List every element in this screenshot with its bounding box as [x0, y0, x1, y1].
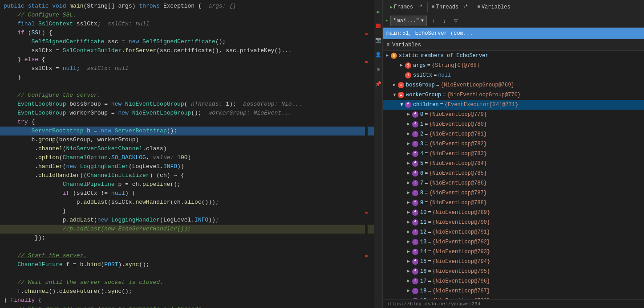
expand-arrow-icon: ▶: [399, 63, 404, 68]
expand-arrow-icon: ▶: [406, 210, 411, 215]
code-line: ChannelPipeline p = ch.pipeline();: [0, 180, 374, 189]
var-row-10[interactable]: ▶ f 10 = {NioEventLoop@789}: [383, 208, 644, 218]
var-row-13[interactable]: ▶ f 13 = {NioEventLoop@792}: [383, 237, 644, 247]
side-action-bar: ▶ 📷 👤 ⚙ 📌: [374, 0, 383, 308]
frames-tab[interactable]: ▶ Frames →*: [385, 2, 428, 12]
var-row-1[interactable]: ▶ f 1 = {NioEventLoop@780}: [383, 119, 644, 129]
var-row-9[interactable]: ▶ f 9 = {NioEventLoop@788}: [383, 198, 644, 208]
variables-panel-header: ≡ Variables: [383, 39, 644, 51]
var-row-3[interactable]: ▶ f 3 = {NioEventLoop@782}: [383, 139, 644, 149]
filter-button[interactable]: ▽: [451, 17, 460, 25]
camera-icon[interactable]: 📷: [375, 37, 381, 43]
var-row-bossgroup[interactable]: ▶ i bossGroup = {NioEventLoopGroup@769}: [383, 80, 644, 90]
code-line: f.channel().closeFuture().sync();: [0, 287, 374, 296]
field-icon: f: [412, 131, 418, 137]
var-row-6[interactable]: ▶ f 6 = {NioEventLoop@785}: [383, 168, 644, 178]
variables-tree: ▶ s static members of EchoServer ▶ i arg…: [383, 51, 644, 299]
thread-label: "mai...": [393, 18, 419, 24]
var-row-2[interactable]: ▶ f 2 = {NioEventLoop@781}: [383, 129, 644, 139]
field-icon: f: [412, 200, 418, 206]
instance-icon: i: [398, 82, 404, 88]
expand-arrow-icon: ▶: [406, 122, 411, 127]
code-line: } finally {: [0, 296, 374, 305]
threads-tab[interactable]: ≡ Threads →*: [428, 2, 473, 12]
dropdown-arrow-icon: ▼: [421, 18, 424, 23]
variables-tab-label: Variables: [482, 4, 510, 10]
code-line: } else {: [0, 55, 374, 64]
field-icon: f: [412, 121, 418, 127]
code-line: // Shut down all event loops to terminat…: [0, 305, 374, 308]
code-line: [0, 82, 374, 91]
var-row-14[interactable]: ▶ f 14 = {NioEventLoop@793}: [383, 247, 644, 257]
code-line: b.group(bossGroup, workerGroup): [0, 136, 374, 144]
code-line: SelfSignedCertificate ssc = new SelfSign…: [0, 37, 374, 46]
var-row-5[interactable]: ▶ f 5 = {NioEventLoop@784}: [383, 159, 644, 168]
field-icon: f: [412, 141, 418, 147]
field-icon: f: [412, 288, 418, 294]
var-row-sslctx[interactable]: ▶ i sslCtx = null: [383, 70, 644, 80]
expand-arrow-icon: ▶: [406, 239, 411, 245]
code-line: EventLoopGroup workerGroup = new NioEven…: [0, 109, 374, 118]
expand-arrow-icon: ▶: [385, 53, 390, 58]
code-line: [0, 269, 374, 278]
var-row-17[interactable]: ▶ f 17 = {NioEventLoop@796}: [383, 276, 644, 286]
var-row-16[interactable]: ▶ f 16 = {NioEventLoop@795}: [383, 267, 644, 276]
field-icon: f: [412, 190, 418, 196]
pin-icon[interactable]: 📌: [375, 81, 381, 87]
var-row-4[interactable]: ▶ f 4 = {NioEventLoop@783}: [383, 149, 644, 159]
scroll-error-marker: [365, 33, 368, 35]
var-row-children[interactable]: ▶ f children = {EventExecutor[24]@771}: [383, 100, 644, 110]
var-row-7[interactable]: ▶ f 7 = {NioEventLoop@786}: [383, 178, 644, 188]
frames-icon: ▶: [390, 4, 393, 10]
code-line-commented: //p.addLast(new EchoServerHandler());: [0, 225, 374, 234]
var-tree: ▶ s static members of EchoServer ▶ i arg…: [383, 51, 644, 299]
code-line: });: [0, 234, 374, 242]
gear-icon[interactable]: ⚙: [377, 66, 380, 72]
instance-icon: i: [405, 72, 411, 78]
var-row-18[interactable]: ▶ f 18 = {NioEventLoop@797}: [383, 286, 644, 296]
scroll-error-marker: [365, 61, 368, 63]
stack-frame-row[interactable]: main:51, EchoServer (com...: [383, 28, 644, 39]
code-editor: public static void main(String[] args) t…: [0, 0, 374, 308]
var-row-11[interactable]: ▶ f 11 = {NioEventLoop@790}: [383, 218, 644, 227]
var-row-workergroup[interactable]: ▶ i workerGroup = {NioEventLoopGroup@770…: [383, 90, 644, 100]
code-line: EventLoopGroup bossGroup = new NioEventL…: [0, 100, 374, 109]
threads-icon: ≡: [432, 4, 435, 9]
play-icon[interactable]: ▶: [377, 9, 380, 15]
watermark-label: https://blog.csdn.net/yangwei234: [386, 301, 480, 307]
instance-icon: i: [405, 62, 411, 69]
right-panel: ▶ Frames →* ≡ Threads →* ≡ Variables ● "…: [383, 0, 644, 308]
scroll-error-marker: [365, 255, 368, 257]
code-line: }: [0, 207, 374, 216]
var-row-args[interactable]: ▶ i args = {String[0]@768}: [383, 61, 644, 70]
var-row-0[interactable]: ▶ f 0 = {NioEventLoop@779}: [383, 110, 644, 119]
person-icon[interactable]: 👤: [375, 52, 381, 57]
code-line: p.addLast(sslCtx.newHandler(ch.alloc()))…: [0, 198, 374, 207]
step-up-button[interactable]: ↑: [429, 16, 438, 25]
debug-toolbar: ▶ Frames →* ≡ Threads →* ≡ Variables: [383, 0, 644, 14]
code-line: // Start the server.: [0, 251, 374, 260]
stop-icon[interactable]: [376, 24, 381, 28]
var-row-8[interactable]: ▶ f 8 = {NioEventLoop@787}: [383, 188, 644, 198]
expand-arrow-icon: ▶: [406, 288, 411, 294]
step-down-button[interactable]: ↓: [441, 16, 449, 25]
expand-arrow-icon: ▶: [406, 131, 411, 137]
var-row-12[interactable]: ▶ f 12 = {NioEventLoop@791}: [383, 227, 644, 237]
code-line: // Configure the server.: [0, 91, 374, 100]
expand-arrow-icon: ▶: [406, 151, 411, 156]
field-icon: f: [412, 209, 418, 216]
variables-tab[interactable]: ≡ Variables: [473, 2, 515, 12]
expand-arrow-icon: ▶: [406, 171, 411, 176]
thread-dropdown[interactable]: "mai..." ▼: [390, 16, 427, 26]
code-line: .childHandler((ChannelInitializer) (ch) …: [0, 171, 374, 180]
expand-arrow-icon: ▶: [406, 190, 411, 196]
code-line: p.addLast(new LoggingHandler(LogLevel.IN…: [0, 216, 374, 225]
var-row-15[interactable]: ▶ f 15 = {NioEventLoop@794}: [383, 257, 644, 267]
expand-arrow-icon: ▶: [392, 92, 397, 98]
code-line: // Wait until the server socket is close…: [0, 278, 374, 287]
expand-arrow-icon: ▶: [406, 161, 411, 166]
var-row-static-members[interactable]: ▶ s static members of EchoServer: [383, 51, 644, 61]
code-line-highlighted: ServerBootstrap b = new ServerBootstrap(…: [0, 127, 374, 136]
field-icon: f: [412, 180, 418, 186]
var-row-19[interactable]: ▶ f 19 = {NioEventLoop@798}: [383, 296, 644, 299]
